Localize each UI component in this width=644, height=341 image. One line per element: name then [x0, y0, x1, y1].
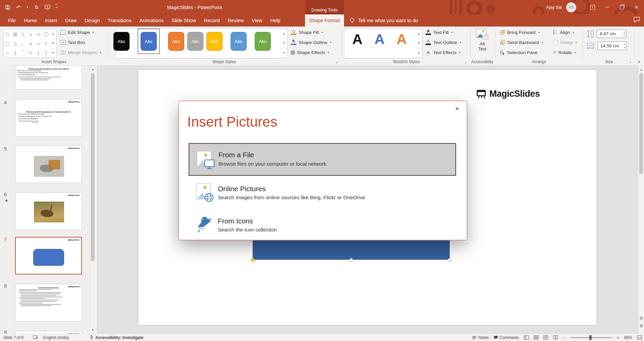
gallery-down-icon[interactable]: ▼ [415, 39, 422, 48]
slide-thumbnail-8[interactable]: MagicSlides [15, 284, 82, 322]
shape-brace-right-icon[interactable]: } [42, 48, 50, 57]
shape-rounded-rect-icon[interactable]: ▢ [4, 29, 11, 39]
redo-icon[interactable]: ↻ [34, 4, 40, 10]
text-fill-button[interactable]: A Text Fill▾ [425, 28, 469, 37]
tab-insert[interactable]: Insert [41, 14, 61, 27]
shape-right-arrow-icon[interactable]: ⇨ [35, 39, 42, 48]
shape-triangle-icon[interactable]: △ [11, 39, 19, 48]
tell-me-box[interactable]: Tell me what you want to do [350, 14, 418, 27]
customize-qat-icon[interactable]: ▾ [55, 4, 58, 11]
tab-slide-show[interactable]: Slide Show [167, 14, 200, 27]
slide-thumbnail-3-partial[interactable]: Professional Presentations in Seconds wi… [15, 66, 82, 90]
shape-arrow-line-icon[interactable]: ↘ [27, 29, 35, 39]
comments-button[interactable]: Comments [494, 335, 519, 340]
fit-to-window-icon[interactable] [637, 335, 642, 340]
slide-thumbnail-4[interactable]: MagicSlides Professional Presentations i… [15, 99, 82, 137]
restore-button[interactable] [614, 0, 629, 14]
reading-view-icon[interactable] [543, 335, 548, 340]
send-backward-button[interactable]: Send Backward▾ [500, 38, 550, 47]
gallery-up-icon[interactable]: ▲ [281, 29, 287, 39]
zoom-level[interactable]: 85% [624, 335, 632, 340]
text-effects-button[interactable]: A Text Effects▾ [425, 48, 469, 57]
panel-scroll-down-icon[interactable]: ▼ [90, 327, 96, 333]
shape-rectangle-icon[interactable]: ▭ [35, 29, 42, 39]
accessibility-status[interactable]: Accessibility: Investigate [95, 335, 143, 340]
tab-animations[interactable]: Animations [136, 14, 168, 27]
canvas-scroll-thumb[interactable] [639, 73, 643, 174]
notes-button[interactable]: Notes [472, 335, 489, 340]
slide-thumbnail-7-selected[interactable]: MagicSlides [15, 237, 82, 274]
bring-forward-button[interactable]: Bring Forward▾ [500, 28, 550, 37]
avatar[interactable]: AS [566, 2, 576, 12]
group-button[interactable]: Group▾ [553, 38, 583, 47]
rotate-button[interactable]: ⟳ Rotate▾ [553, 48, 583, 57]
slideshow-view-icon[interactable] [553, 335, 558, 340]
shape-brace-left-icon[interactable]: { [35, 48, 42, 57]
tab-design[interactable]: Design [81, 14, 104, 27]
save-icon[interactable] [5, 4, 11, 10]
option-from-icons[interactable]: From Icons Search the icon collection [189, 213, 456, 237]
undo-icon[interactable]: ↶ [15, 4, 21, 10]
alt-text-button[interactable]: Alt Text [471, 29, 493, 58]
animation-star-icon[interactable]: ★ [5, 198, 8, 203]
scroll-up-icon[interactable]: ▲ [638, 67, 644, 73]
slide-thumbnail-6[interactable]: MagicSlides [15, 193, 82, 230]
shape-scribble-icon[interactable]: ξ [11, 48, 19, 57]
zoom-out-button[interactable]: − [563, 335, 565, 340]
ribbon-display-options-icon[interactable] [585, 0, 600, 14]
slide-indicator[interactable]: Slide 7 of 9 [3, 335, 23, 340]
text-outline-button[interactable]: A Text Outline▾ [425, 38, 469, 47]
shape-adjust-handle[interactable] [251, 258, 255, 262]
shape-resize-handle-bottom[interactable] [349, 258, 353, 262]
shape-elbow-icon[interactable]: ∟ [19, 39, 27, 48]
shape-rounded-rect2-icon[interactable]: ▢ [4, 39, 11, 48]
shape-height-field[interactable]: 8.67 cm ▲▼ [597, 30, 626, 38]
tab-record[interactable]: Record [200, 14, 224, 27]
gallery-up-icon[interactable]: ▲ [50, 29, 56, 39]
gallery-up-icon[interactable]: ▲ [415, 29, 422, 39]
slide-thumbnail-5[interactable]: MagicSlides [15, 145, 82, 183]
slide-thumbnail-9-partial[interactable]: MagicSlides [15, 331, 82, 334]
shape-style-lightblue[interactable]: Abc [231, 32, 247, 51]
shape-style-orange[interactable]: Abc [168, 32, 184, 51]
collapse-ribbon-icon[interactable]: ∧ [638, 59, 641, 64]
dialog-close-icon[interactable]: ✕ [453, 104, 461, 113]
merge-shapes-button[interactable]: Merge Shapes▾ [60, 48, 105, 57]
gallery-more-icon[interactable]: ▼ [50, 48, 56, 57]
display-settings-icon[interactable] [33, 335, 38, 340]
normal-view-icon[interactable] [524, 335, 529, 340]
shape-styles-dialog-launcher-icon[interactable]: ⌟ [336, 59, 337, 64]
shape-outline-button[interactable]: ✎ Shape Outline▾ [291, 38, 340, 47]
shape-down-arrow-icon[interactable]: ⇩ [42, 39, 50, 48]
tab-transitions[interactable]: Transitions [104, 14, 135, 27]
panel-scroll-thumb[interactable] [91, 73, 95, 261]
size-dialog-launcher-icon[interactable]: ⌟ [630, 59, 631, 64]
shape-line-icon[interactable]: ╲ [19, 29, 27, 39]
tab-review[interactable]: Review [224, 14, 248, 27]
language-indicator[interactable]: English (India) [43, 335, 69, 340]
zoom-slider-thumb[interactable] [589, 335, 592, 340]
width-decrease-icon[interactable]: ▼ [624, 46, 626, 49]
shape-effects-button[interactable]: Shape Effects▾ [291, 48, 340, 57]
gallery-down-icon[interactable]: ▼ [281, 39, 287, 48]
undo-dropdown-icon[interactable]: ▾ [26, 4, 29, 10]
height-increase-icon[interactable]: ▲ [623, 30, 625, 34]
zoom-in-button[interactable]: + [617, 335, 620, 340]
minimize-button[interactable] [600, 0, 614, 14]
wordart-style-blue[interactable]: A [368, 31, 391, 47]
shape-style-blue-selected[interactable]: Abc [141, 32, 157, 51]
shape-fill-button[interactable]: ◇ Shape Fill▾ [291, 28, 340, 37]
wordart-style-orange[interactable]: A [390, 31, 413, 47]
selected-blue-shape[interactable] [253, 241, 450, 260]
height-decrease-icon[interactable]: ▼ [623, 34, 625, 37]
gallery-more-icon[interactable]: ▼ [281, 48, 287, 57]
shape-style-black[interactable]: Abc [113, 32, 130, 51]
tab-draw[interactable]: Draw [61, 14, 81, 27]
previous-slide-icon[interactable] [638, 315, 644, 321]
shape-resize-handle-corner[interactable] [448, 258, 451, 262]
text-box-button[interactable]: A Text Box [60, 38, 105, 47]
comments-bubble-icon[interactable] [633, 16, 640, 23]
shape-textbox-icon[interactable]: ▤ [11, 29, 19, 39]
tab-shape-format[interactable]: Shape Format [305, 14, 344, 27]
option-from-a-file[interactable]: From a File Browse files on your compute… [189, 143, 456, 176]
